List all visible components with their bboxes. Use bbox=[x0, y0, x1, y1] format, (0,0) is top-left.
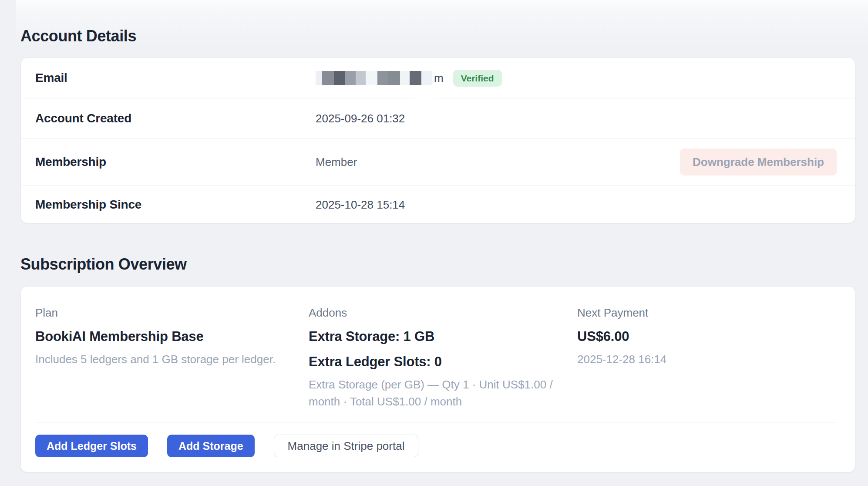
manage-in-stripe-portal-button[interactable]: Manage in Stripe portal bbox=[274, 435, 419, 457]
membership-since-label: Membership Since bbox=[35, 198, 316, 212]
top-light-band bbox=[16, 0, 868, 46]
table-row-account-created: Account Created 2025-09-26 01:32 bbox=[21, 98, 855, 138]
subscription-overview-title: Subscription Overview bbox=[20, 255, 187, 273]
email-value: m Verified bbox=[316, 70, 502, 87]
plan-description: Includes 5 ledgers and 1 GB storage per … bbox=[35, 351, 309, 368]
account-created-value: 2025-09-26 01:32 bbox=[316, 112, 405, 125]
table-row-email: Email m Verified bbox=[21, 58, 855, 98]
membership-value: Member bbox=[316, 155, 357, 169]
plan-header: Plan bbox=[35, 305, 309, 320]
email-visible-suffix: m bbox=[434, 71, 444, 85]
add-storage-button[interactable]: Add Storage bbox=[167, 435, 255, 457]
membership-since-value: 2025-10-28 15:14 bbox=[316, 198, 405, 212]
redacted-email-blocks bbox=[316, 71, 432, 85]
downgrade-membership-button[interactable]: Downgrade Membership bbox=[680, 148, 837, 176]
table-row-membership: Membership Member Downgrade Membership bbox=[21, 138, 855, 185]
email-label: Email bbox=[35, 71, 316, 85]
addons-header: Addons bbox=[309, 305, 577, 320]
subscription-columns: Plan BookiAI Membership Base Includes 5 … bbox=[35, 305, 837, 410]
plan-name: BookiAI Membership Base bbox=[35, 328, 309, 345]
card-divider bbox=[35, 422, 837, 422]
add-ledger-slots-button[interactable]: Add Ledger Slots bbox=[35, 435, 148, 457]
next-payment-header: Next Payment bbox=[577, 305, 837, 320]
next-payment-column: Next Payment US$6.00 2025-12-28 16:14 bbox=[577, 305, 837, 410]
subscription-overview-card: Plan BookiAI Membership Base Includes 5 … bbox=[20, 286, 855, 472]
next-payment-date: 2025-12-28 16:14 bbox=[577, 351, 837, 368]
addon-extra-storage: Extra Storage: 1 GB bbox=[309, 328, 577, 345]
addon-pricing-detail: Extra Storage (per GB) — Qty 1 · Unit US… bbox=[309, 376, 574, 410]
account-details-title: Account Details bbox=[20, 27, 136, 45]
verified-badge: Verified bbox=[453, 70, 502, 87]
divider-notch-artifact bbox=[415, 93, 435, 104]
membership-label: Membership bbox=[35, 155, 316, 169]
table-row-membership-since: Membership Since 2025-10-28 15:14 bbox=[21, 185, 855, 224]
plan-column: Plan BookiAI Membership Base Includes 5 … bbox=[35, 305, 309, 410]
next-payment-amount: US$6.00 bbox=[577, 328, 837, 345]
subscription-actions: Add Ledger Slots Add Storage Manage in S… bbox=[35, 435, 837, 457]
account-details-card: Email m Verified Account Created 2025-09… bbox=[20, 57, 855, 223]
addon-extra-ledger-slots: Extra Ledger Slots: 0 bbox=[309, 354, 577, 370]
account-created-label: Account Created bbox=[35, 111, 316, 125]
addons-column: Addons Extra Storage: 1 GB Extra Ledger … bbox=[309, 305, 577, 410]
